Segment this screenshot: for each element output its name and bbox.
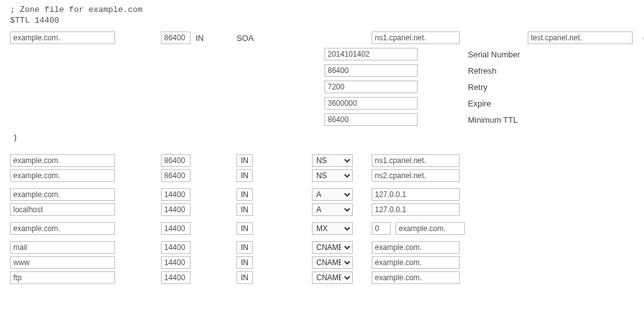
soa-class-label: IN (196, 33, 236, 43)
record-type-select[interactable]: CNAME (312, 241, 353, 254)
record-name-input[interactable] (10, 222, 115, 235)
record-class-label: IN (236, 203, 253, 216)
soa-serial-input[interactable] (325, 48, 418, 60)
open-paren: ( (638, 33, 644, 43)
soa-param-row: Expire (10, 97, 634, 110)
record-class-label: IN (236, 154, 253, 167)
record-ttl-input[interactable] (161, 271, 191, 284)
record-ttl-input[interactable] (161, 222, 191, 235)
soa-retry-label: Retry (468, 82, 594, 92)
soa-serial-label: Serial Number (468, 50, 594, 59)
record-value-input[interactable] (372, 203, 460, 216)
record-name-input[interactable] (10, 271, 115, 284)
record-row: IN NS (10, 169, 634, 182)
record-type-select[interactable]: NS (312, 169, 353, 182)
soa-minttl-label: Minimum TTL (468, 115, 594, 125)
record-class-label: IN (236, 169, 253, 182)
soa-expire-input[interactable] (325, 97, 418, 110)
record-row: IN CNAME (10, 241, 634, 254)
record-name-input[interactable] (10, 241, 115, 254)
record-type-select[interactable]: CNAME (312, 256, 353, 269)
record-value-input[interactable] (372, 271, 460, 284)
close-paren: ) (14, 132, 634, 142)
soa-retry-input[interactable] (325, 81, 418, 93)
soa-param-row: Serial Number (10, 48, 634, 60)
record-value-input[interactable] (372, 241, 460, 254)
record-ttl-input[interactable] (161, 256, 191, 269)
record-name-input[interactable] (10, 256, 115, 269)
soa-type-label: SOA (236, 33, 271, 43)
record-ttl-input[interactable] (161, 203, 191, 216)
record-type-select[interactable]: CNAME (312, 271, 353, 284)
record-name-input[interactable] (10, 154, 115, 167)
record-ttl-input[interactable] (161, 188, 191, 201)
record-class-label: IN (236, 271, 253, 284)
record-class-label: IN (236, 222, 253, 235)
record-ttl-input[interactable] (161, 154, 191, 167)
soa-email-input[interactable] (528, 31, 633, 44)
soa-ns-input[interactable] (372, 31, 460, 44)
soa-ttl-input[interactable] (161, 31, 191, 44)
record-ttl-input[interactable] (161, 169, 191, 182)
record-row: IN A (10, 188, 634, 201)
record-row: IN NS (10, 154, 634, 167)
record-type-select[interactable]: A (312, 203, 353, 216)
record-class-label: IN (236, 188, 253, 201)
record-row: IN A (10, 203, 634, 216)
mx-priority-input[interactable] (372, 222, 391, 235)
zone-file-comment: ; Zone file for example.com (10, 5, 634, 14)
record-row: IN CNAME (10, 271, 634, 284)
zone-file-ttl: $TTL 14400 (10, 16, 634, 25)
record-value-input[interactable] (372, 154, 460, 167)
soa-param-row: Minimum TTL (10, 113, 634, 126)
record-row: IN MX (10, 222, 634, 235)
record-ttl-input[interactable] (161, 241, 191, 254)
soa-row: IN SOA ( (10, 31, 634, 44)
record-type-select[interactable]: MX (312, 222, 353, 235)
soa-refresh-input[interactable] (325, 64, 418, 77)
record-name-input[interactable] (10, 203, 115, 216)
record-name-input[interactable] (10, 188, 115, 201)
record-type-select[interactable]: A (312, 188, 353, 201)
soa-refresh-label: Refresh (468, 66, 594, 76)
soa-name-input[interactable] (10, 31, 115, 44)
soa-param-row: Refresh (10, 64, 634, 77)
soa-param-row: Retry (10, 81, 634, 93)
record-row: IN CNAME (10, 256, 634, 269)
record-value-input[interactable] (396, 222, 465, 235)
record-value-input[interactable] (372, 169, 460, 182)
record-class-label: IN (236, 241, 253, 254)
record-name-input[interactable] (10, 169, 115, 182)
record-value-input[interactable] (372, 188, 460, 201)
record-type-select[interactable]: NS (312, 154, 353, 167)
record-class-label: IN (236, 256, 253, 269)
record-value-input[interactable] (372, 256, 460, 269)
soa-minttl-input[interactable] (325, 113, 418, 126)
soa-expire-label: Expire (468, 99, 594, 108)
